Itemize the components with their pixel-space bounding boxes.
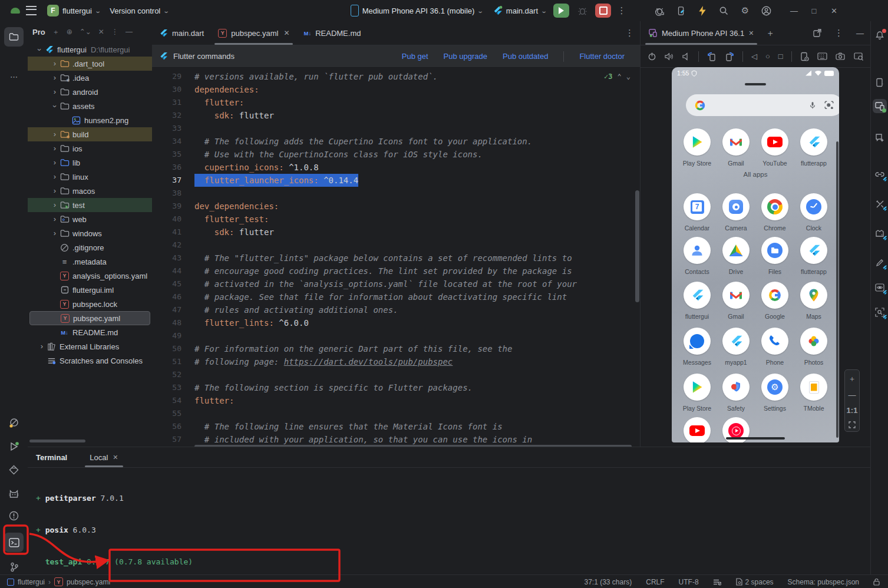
app-myapp1[interactable]: myapp1: [717, 328, 755, 366]
code-line[interactable]: 35 # Use with the CupertinoIcons class f…: [152, 148, 640, 161]
rotate-right-icon[interactable]: [725, 52, 734, 61]
app-chrome[interactable]: Chrome: [755, 193, 794, 232]
zoom-reset-button[interactable]: 1:1: [847, 406, 858, 415]
code-line[interactable]: 55: [152, 407, 640, 420]
code-line[interactable]: 30dependencies:: [152, 83, 640, 96]
tree-item-dart-tool[interactable]: › .dart_tool: [28, 57, 152, 71]
expand-collapse-icon[interactable]: ⌃⌄: [80, 28, 91, 36]
hot-restart-icon[interactable]: [652, 4, 668, 18]
editor-vscrollbar[interactable]: [635, 190, 639, 302]
google-search-bar[interactable]: [686, 94, 839, 116]
tree-item-linux[interactable]: › linux: [28, 170, 152, 184]
tree-item-web[interactable]: › web: [28, 212, 152, 226]
window-minimize-button[interactable]: —: [784, 2, 804, 19]
code-line[interactable]: 39dev_dependencies:: [152, 200, 640, 213]
back-icon[interactable]: ◁: [751, 52, 757, 61]
volume-up-icon[interactable]: [665, 52, 674, 61]
app-settings[interactable]: ⚙Settings: [755, 374, 794, 412]
flutter-inspect-icon[interactable]: [873, 305, 887, 319]
home-icon[interactable]: ○: [765, 52, 770, 61]
tree-item-scratches[interactable]: Scratches and Consoles: [28, 354, 152, 368]
panel-options-icon[interactable]: ⋮: [834, 28, 843, 38]
tree-item-pubspec-yaml[interactable]: Y pubspec.yaml: [29, 311, 150, 325]
code-line[interactable]: 31 flutter:: [152, 96, 640, 109]
code-line[interactable]: 36 cupertino_icons: ^1.0.8: [152, 161, 640, 174]
app-google[interactable]: Google: [755, 282, 794, 320]
app-gmail[interactable]: Gmail: [717, 282, 755, 320]
rotate-left-icon[interactable]: [707, 52, 717, 61]
vcs-widget[interactable]: Version control ⌄: [110, 6, 169, 15]
app-youtube[interactable]: YouTube: [755, 128, 794, 167]
run-tool-icon[interactable]: [4, 437, 24, 456]
code-line[interactable]: 41 sdk: flutter: [152, 226, 640, 239]
code-line[interactable]: 51# following page: https://dart.dev/too…: [152, 355, 640, 368]
profile-icon[interactable]: [758, 4, 774, 18]
hide-panel-icon[interactable]: —: [856, 29, 864, 38]
terminal-output[interactable]: + petitparser 7.0.1 + posix 6.0.3 test_a…: [28, 468, 870, 588]
search-icon[interactable]: [715, 4, 732, 18]
app-flutterapp[interactable]: flutterapp: [794, 237, 833, 275]
notifications-bell-icon[interactable]: [873, 28, 887, 42]
app-contacts[interactable]: Contacts: [678, 237, 717, 275]
app-phone[interactable]: Phone: [755, 328, 794, 366]
code-line[interactable]: 52: [152, 368, 640, 381]
zoom-out-button[interactable]: —: [849, 391, 856, 399]
schema-widget[interactable]: Schema: pubspec.json: [788, 578, 859, 586]
tree-item-analysis-options[interactable]: Y analysis_options.yaml: [28, 269, 152, 283]
app-calendar[interactable]: Calendar: [678, 193, 717, 232]
run-button[interactable]: [553, 4, 569, 18]
readonly-toggle-icon[interactable]: [713, 579, 721, 586]
code-line[interactable]: 33: [152, 122, 640, 135]
app-tmoble[interactable]: TMoble: [794, 374, 833, 412]
problems-icon[interactable]: [4, 506, 24, 526]
pub-outdated-link[interactable]: Pub outdated: [503, 52, 548, 61]
volume-down-icon[interactable]: [682, 52, 690, 61]
flutter-edit-icon[interactable]: [873, 256, 887, 270]
tree-item-macos[interactable]: › macos: [28, 184, 152, 198]
terminal-icon[interactable]: [4, 533, 24, 552]
encoding[interactable]: UTF-8: [679, 578, 699, 586]
tree-item-idea[interactable]: › ✱ .idea: [28, 71, 152, 85]
tab-main-dart[interactable]: main.dart: [152, 21, 211, 45]
zoom-fit-icon[interactable]: [849, 421, 856, 428]
app-fluttergui[interactable]: fluttergui: [678, 282, 717, 320]
screenshot-camera-icon[interactable]: [836, 52, 845, 60]
app-maps[interactable]: Maps: [794, 282, 833, 320]
code-line[interactable]: 34 # The following adds the Cupertino Ic…: [152, 135, 640, 148]
tree-item-assets[interactable]: › assets: [28, 99, 152, 113]
flutter-view-icon[interactable]: [873, 280, 887, 295]
close-tab-icon[interactable]: ✕: [113, 454, 118, 461]
device-selector[interactable]: Medium Phone API 36.1 (mobile) ⌄: [351, 5, 483, 16]
tree-item-readme[interactable]: M↓ README.md: [28, 325, 152, 339]
code-line[interactable]: 56 # The following line ensures that the…: [152, 420, 640, 433]
more-tool-windows-icon[interactable]: ⋯: [4, 67, 24, 87]
display-zoom-icon[interactable]: [854, 52, 864, 61]
flutter-doctor-link[interactable]: Flutter doctor: [579, 52, 625, 61]
stop-button[interactable]: [595, 4, 611, 18]
gemini-chat-icon[interactable]: [873, 131, 887, 145]
code-line[interactable]: 54flutter:: [152, 394, 640, 407]
hide-panel-icon[interactable]: —: [126, 28, 133, 36]
app-camera[interactable]: Camera: [717, 193, 755, 232]
tree-item-build[interactable]: › ✱ build: [28, 127, 152, 141]
code-line-selected[interactable]: 37 flutter_launcher_icons: ^0.14.4: [152, 174, 640, 187]
app-photos[interactable]: Photos: [794, 328, 833, 366]
virtual-keyboard-icon[interactable]: [817, 52, 827, 60]
code-line[interactable]: 45 # activated in the `analysis_options.…: [152, 278, 640, 290]
logcat-icon[interactable]: [4, 484, 24, 503]
code-line[interactable]: 48 flutter_lints: ^6.0.0: [152, 316, 640, 329]
tree-item-android[interactable]: › android: [28, 85, 152, 99]
close-tab-icon[interactable]: ✕: [283, 29, 289, 37]
lock-icon[interactable]: [873, 578, 880, 586]
dart-analysis-icon[interactable]: [4, 413, 24, 432]
code-line[interactable]: 32 sdk: flutter: [152, 109, 640, 122]
new-device-tab-icon[interactable]: ＋: [765, 28, 774, 39]
google-lens-icon[interactable]: [824, 100, 834, 111]
settings-gear-icon[interactable]: ⚙: [737, 4, 753, 18]
pub-get-link[interactable]: Pub get: [402, 52, 428, 61]
tree-hscrollbar[interactable]: [29, 440, 85, 442]
app-youtube[interactable]: [678, 417, 717, 442]
code-line[interactable]: 47 # rules and activating additional one…: [152, 303, 640, 316]
breadcrumb[interactable]: fluttergui › Y pubspec.yaml: [7, 577, 110, 586]
app-drive[interactable]: Drive: [717, 237, 755, 275]
